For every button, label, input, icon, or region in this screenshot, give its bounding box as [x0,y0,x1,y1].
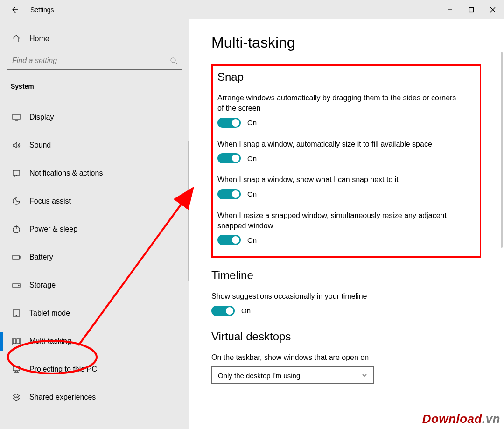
sidebar-item-label: Battery [29,253,53,261]
sidebar-item-focus-assist[interactable]: Focus assist [7,187,182,215]
sidebar-item-label: Shared experiences [29,393,96,401]
sidebar-item-sound[interactable]: Sound [7,131,182,159]
multitasking-icon [12,337,21,346]
home-icon [12,34,21,43]
timeline-toggle[interactable] [211,306,235,316]
dropdown-value: Only the desktop I'm using [218,372,300,380]
snap-toggle-2[interactable] [217,153,241,163]
display-icon [12,113,21,122]
timeline-toggle-state: On [241,307,251,315]
sidebar-item-label: Storage [29,281,56,289]
snap-toggle-3[interactable] [217,189,241,199]
projecting-icon [12,365,21,374]
section-snap-title: Snap [217,70,475,84]
shared-experiences-icon [12,393,21,402]
notifications-icon [12,169,21,178]
sidebar-item-storage[interactable]: Storage [7,271,182,299]
nav-home-label: Home [29,35,49,43]
sidebar-item-display[interactable]: Display [7,103,182,131]
search-box[interactable] [7,52,182,70]
sidebar-item-shared-experiences[interactable]: Shared experiences [7,383,182,411]
sidebar-item-label: Display [29,113,54,121]
snap-desc-4: When I resize a snapped window, simultan… [217,211,460,232]
snap-toggle-2-state: On [247,155,257,162]
page-title: Multi-tasking [211,34,481,51]
snap-toggle-1[interactable] [217,118,241,128]
sidebar-item-power-sleep[interactable]: Power & sleep [7,215,182,243]
close-button[interactable] [482,0,504,19]
sound-icon [12,141,21,150]
sidebar-item-label: Focus assist [29,197,71,205]
sidebar-item-label: Sound [29,141,51,149]
sidebar-item-multitasking[interactable]: Multi-tasking [7,327,182,355]
svg-rect-1 [469,8,474,12]
svg-rect-4 [13,114,20,119]
sidebar-item-label: Notifications & actions [29,169,103,177]
svg-rect-19 [13,366,20,371]
virtual-desktops-dropdown[interactable]: Only the desktop I'm using [211,366,374,384]
virtual-desktops-dropdown-label: On the taskbar, show windows that are op… [211,352,454,363]
battery-icon [12,253,21,262]
svg-line-3 [175,62,177,64]
section-timeline-title: Timeline [211,269,481,282]
maximize-button[interactable] [461,0,482,19]
sidebar-item-tablet-mode[interactable]: Tablet mode [7,299,182,327]
content-pane: Multi-tasking Snap Arrange windows autom… [189,19,504,429]
svg-rect-10 [19,256,20,258]
search-icon [170,57,177,64]
sidebar-item-label: Multi-tasking [29,337,71,345]
window-title: Settings [30,6,54,14]
minimize-button[interactable] [439,0,461,19]
power-icon [12,225,21,234]
sidebar-item-battery[interactable]: Battery [7,243,182,271]
snap-desc-1: Arrange windows automatically by draggin… [217,93,460,114]
snap-toggle-3-state: On [247,190,257,198]
content-scrollbar[interactable] [501,52,503,248]
sidebar-item-label: Projecting to this PC [29,365,97,373]
snap-toggle-1-state: On [247,119,257,127]
snap-toggle-4-state: On [247,236,257,244]
search-input[interactable] [12,56,170,65]
sidebar: Home System Display Sound [0,19,189,429]
focus-assist-icon [12,197,21,206]
timeline-desc: Show suggestions occasionally in your ti… [211,291,454,302]
snap-desc-3: When I snap a window, show what I can sn… [217,175,460,185]
svg-point-2 [171,58,175,63]
nav-home[interactable]: Home [7,29,182,52]
svg-point-14 [16,315,17,316]
sidebar-item-projecting[interactable]: Projecting to this PC [7,355,182,383]
annotated-snap-section: Snap Arrange windows automatically by dr… [211,64,481,258]
svg-point-12 [18,285,19,286]
sidebar-item-notifications[interactable]: Notifications & actions [7,159,182,187]
sidebar-item-label: Tablet mode [29,309,70,317]
section-virtual-desktops-title: Virtual desktops [211,330,481,343]
svg-rect-15 [13,339,16,344]
chevron-down-icon [362,372,367,380]
back-button[interactable] [8,3,21,16]
svg-rect-6 [13,170,20,175]
sidebar-item-label: Power & sleep [29,225,77,233]
titlebar: Settings [0,0,504,19]
sidebar-group-label: System [7,80,182,95]
snap-toggle-4[interactable] [217,235,241,245]
snap-desc-2: When I snap a window, automatically size… [217,139,460,149]
tablet-icon [12,309,21,318]
storage-icon [12,281,21,290]
svg-rect-16 [17,339,20,344]
svg-rect-9 [13,255,19,259]
